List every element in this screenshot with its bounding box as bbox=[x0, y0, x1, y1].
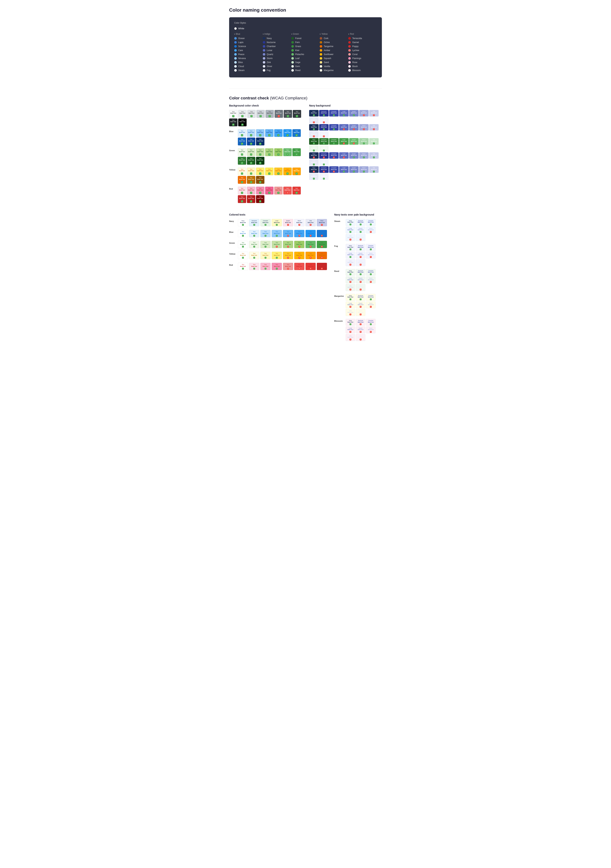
cell-text: Text bbox=[250, 130, 252, 132]
navy-contrast-row: Navy Bold Text ✕ Nocturne Bold Text ✕ Ch… bbox=[309, 152, 382, 166]
colored-text-cell: Text Bold Text ✓ bbox=[238, 252, 248, 259]
color-item: Blossom bbox=[348, 69, 375, 71]
colored-text-cell: Text Bold Text ✓ bbox=[260, 241, 271, 248]
pass-badge: ✓ bbox=[250, 172, 252, 175]
cell-bold: Bold Text bbox=[240, 222, 246, 223]
cell-text: Text bbox=[268, 149, 271, 151]
colored-text-cell: Text Bold Text ✕ bbox=[306, 263, 316, 270]
cell-text: Text bbox=[268, 130, 271, 132]
cell-bold: Bold Text bbox=[239, 160, 245, 161]
contrast-row: Red Text Bold Text ✓ Text Bold Text ✓ Te… bbox=[229, 187, 302, 203]
pass-badge: ✓ bbox=[363, 143, 365, 144]
cell-text: Text bbox=[296, 111, 298, 113]
pass-badge: ✕ bbox=[321, 268, 323, 270]
navy-cell: Storm Bold Text ✓ bbox=[359, 166, 368, 173]
pass-badge: ✕ bbox=[350, 306, 351, 308]
contrast-cell: Text Bold Text ✓ bbox=[284, 110, 292, 118]
cell-text: Text bbox=[242, 231, 244, 232]
navy-contrast-row: Navy Bold Text ✓ Nocturne Bold Text ✓ Ch… bbox=[309, 110, 382, 124]
color-col-header: Yellow bbox=[320, 33, 347, 35]
colored-text-cell: Text Bold Text ✓ bbox=[249, 230, 259, 237]
cell-bold: Bold Text bbox=[358, 304, 363, 305]
color-label: Gem bbox=[295, 65, 300, 68]
cell-bold: Bold Text bbox=[257, 140, 263, 142]
cell-bold: Bold Text bbox=[296, 222, 302, 223]
pass-badge: ✕ bbox=[321, 246, 323, 248]
cell-text: Text bbox=[241, 119, 244, 121]
contrast-cells: Text Bold Text ✓ Text Bold Text ✓ Text B… bbox=[238, 129, 302, 146]
cell-text: Text bbox=[269, 111, 271, 113]
cell-bold: Bold Text bbox=[285, 113, 291, 114]
pass-badge: ✕ bbox=[299, 246, 300, 248]
pass-badge: ✕ bbox=[323, 135, 325, 137]
colored-text-group-label: Blue bbox=[229, 230, 236, 233]
navy-cell: Nocturne Bold Text ✕ bbox=[319, 166, 329, 173]
colored-text-cell: Zink Bold Text ✕ bbox=[306, 219, 316, 226]
pass-badge: ✓ bbox=[323, 128, 325, 130]
cell-text: Text bbox=[287, 231, 289, 232]
colored-text-row: Yellow Text Bold Text ✓ Text Bold Text ✓… bbox=[229, 252, 327, 259]
cell-label: Lunar bbox=[342, 167, 345, 169]
cell-bold: Bold Text bbox=[319, 254, 325, 256]
cell-label: Chamber bbox=[331, 167, 337, 169]
contrast-row: Green Text Bold Text ✓ Text Bold Text ✓ … bbox=[229, 148, 302, 165]
cell-bold: Bold Text bbox=[257, 160, 263, 161]
cell-bold: Bold Text bbox=[348, 246, 353, 248]
cell-label: Chamber bbox=[331, 153, 337, 155]
navy-cell: Navy Bold Text ✕ bbox=[309, 166, 319, 173]
contrast-row-label: Red bbox=[229, 187, 236, 190]
color-label: Blush bbox=[352, 65, 358, 68]
navy-cell: Lunar Bold Text ✓ bbox=[339, 110, 348, 116]
navy-pale-cell: Chamber Bold Text ✓ bbox=[366, 219, 376, 226]
contrast-cell: Text Bold Text ✓ bbox=[293, 110, 301, 118]
contrast-row-label: Green bbox=[229, 148, 236, 152]
color-dot bbox=[234, 61, 237, 64]
navy-pale-cell: Navy Bold Text ✓ bbox=[346, 294, 355, 301]
cell-label: Navy bbox=[349, 245, 352, 246]
colored-text-cell: Text Bold Text ✕ bbox=[317, 241, 327, 248]
pass-badge: ✓ bbox=[323, 164, 325, 165]
cell-bold: Bold Text bbox=[361, 169, 367, 170]
pass-badge: ✓ bbox=[259, 143, 261, 145]
cell-bold: Bold Text bbox=[240, 232, 246, 234]
pass-badge: ✓ bbox=[350, 248, 351, 250]
colored-text-cell: Text Bold Text ✕ bbox=[283, 241, 293, 248]
color-item: Leaf bbox=[291, 57, 319, 60]
cell-label: Storm bbox=[362, 125, 366, 127]
navy-pale-row: Margarine Navy Bold Text ✓ Nocturne Bold… bbox=[334, 294, 382, 316]
section-title-2: Color contrast check (WCAG Compliance) bbox=[229, 96, 382, 101]
cell-text: Text bbox=[278, 111, 280, 113]
cell-bold: Bold Text bbox=[294, 189, 299, 191]
cell-label: Zink bbox=[349, 335, 351, 336]
cell-label: Chamber bbox=[368, 295, 373, 296]
cell-text: Text bbox=[250, 149, 252, 151]
pass-badge: ✓ bbox=[350, 256, 351, 258]
navy-pale-cell: Silver Bold Text ✕ bbox=[356, 284, 365, 291]
navy-pale-cell: Nocturne Bold Text ✓ bbox=[356, 219, 365, 226]
contrast-cell: Text Bold Text ✓ bbox=[247, 129, 255, 137]
cell-text: Text bbox=[264, 242, 267, 243]
contrast-cell: Text Bold Text ✓ bbox=[274, 187, 283, 194]
cell-bold: Bold Text bbox=[331, 141, 337, 142]
cell-bold: Bold Text bbox=[263, 254, 268, 256]
cell-text: Text bbox=[241, 149, 243, 151]
cell-bold: Bold Text bbox=[341, 127, 347, 128]
color-label: Leaf bbox=[295, 57, 300, 60]
cell-text: Zink bbox=[309, 220, 312, 222]
colored-text-cell: Text Bold Text ✓ bbox=[260, 252, 271, 259]
color-dot bbox=[234, 45, 237, 48]
contrast-cell: Text Bold Text ✓ bbox=[238, 167, 246, 175]
contrast-cell: Text Bold Text ✓ bbox=[247, 176, 255, 184]
pass-badge: ✓ bbox=[360, 231, 362, 233]
pass-badge: ✓ bbox=[286, 172, 289, 175]
colored-text-row: Blue Text Bold Text ✓ Text Bold Text ✓ T… bbox=[229, 230, 327, 237]
navy-bg-title: Navy background bbox=[309, 104, 382, 107]
cell-label: Chamber bbox=[368, 270, 373, 271]
cell-label: Chamber bbox=[331, 139, 337, 141]
cell-bold: Bold Text bbox=[266, 151, 272, 152]
pass-badge: ✓ bbox=[259, 134, 261, 136]
cell-label: Navy bbox=[312, 125, 315, 127]
color-item: Fern bbox=[291, 41, 319, 43]
pass-badge: ✓ bbox=[253, 268, 255, 270]
cell-bold: Bold Text bbox=[263, 243, 268, 245]
